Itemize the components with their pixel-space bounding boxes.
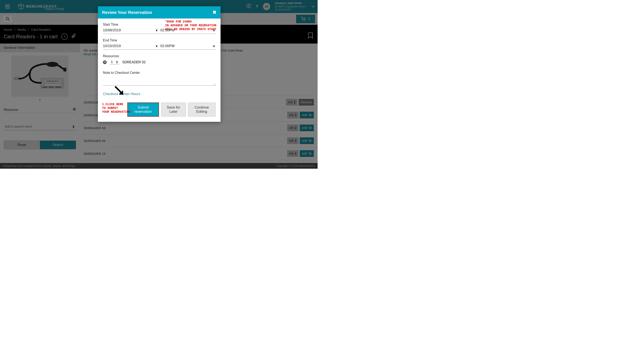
modal-footer: 1.CLICK HERE TO SUBMIT YOUR RESERVATION …	[98, 100, 220, 122]
save-for-later-button[interactable]: Save for Later	[161, 103, 186, 116]
end-time-label: End Time	[103, 39, 216, 42]
dropdown-icon: ▼	[155, 44, 158, 48]
start-date-input[interactable]: 10/08/2019▼	[103, 28, 158, 32]
note-textarea[interactable]	[103, 76, 216, 86]
modal-header: Review Your Reservation ✖	[98, 6, 220, 19]
stepper-arrows-icon: ▲▼	[116, 60, 118, 64]
note-label: Note to Checkout Center	[103, 71, 216, 75]
resource-name: SDREADER 02	[122, 60, 146, 64]
end-date-input[interactable]: 10/10/2019▼	[103, 44, 158, 48]
start-time-row: 10/08/2019▼ 02:00PM▼	[103, 28, 216, 34]
end-time-row: 10/10/2019▼ 02:00PM▼	[103, 44, 216, 50]
end-time-input[interactable]: 02:00PM▼	[160, 44, 216, 48]
start-time-input[interactable]: 02:00PM▼	[160, 28, 216, 32]
continue-editing-button[interactable]: Continue Editing	[188, 103, 216, 116]
remove-resource-icon[interactable]: ✕	[103, 60, 107, 64]
dropdown-icon: ▼	[212, 44, 216, 48]
dropdown-icon: ▼	[155, 29, 158, 32]
annotation-arrow-icon	[114, 85, 126, 97]
annotation-click-here: 1.CLICK HERE TO SUBMIT YOUR RESERVATION	[102, 102, 130, 114]
dropdown-icon: ▼	[212, 29, 216, 32]
resource-qty-input[interactable]: 1▲▼	[110, 60, 119, 65]
resource-item-row: ✕ 1▲▼ SDREADER 02	[103, 60, 216, 65]
close-icon[interactable]: ✖	[212, 10, 216, 15]
modal-title: Review Your Reservation	[102, 10, 152, 15]
submit-reservation-button[interactable]: Submit reservation	[127, 102, 159, 117]
review-reservation-modal: Review Your Reservation ✖ *BOOK FOR 24HR…	[98, 6, 220, 122]
resources-label: Resources	[103, 54, 216, 58]
